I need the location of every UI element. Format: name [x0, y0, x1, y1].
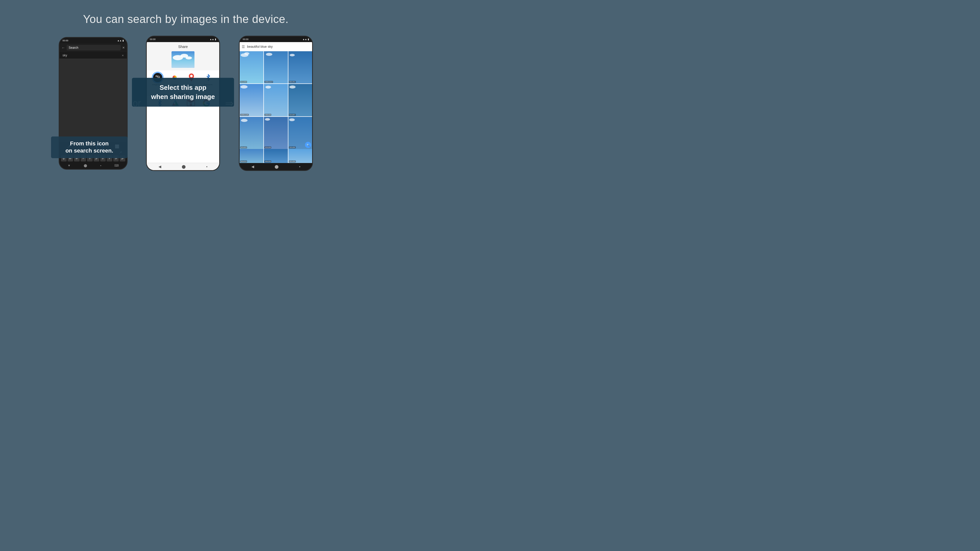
grid-cell-9[interactable]: 322x200 🔍 — [288, 117, 312, 149]
grid-label-5: 508x339 — [264, 114, 271, 116]
share-spacer — [147, 110, 219, 163]
cloud — [244, 52, 249, 55]
sky-preview-image — [172, 51, 194, 68]
phone3-time: 00:00 — [243, 38, 248, 41]
phone2-nav: ◀ ⬤ ▪ — [147, 163, 219, 170]
hamburger-icon[interactable]: ☰ — [242, 44, 245, 49]
grid-label-6: 910x607 — [289, 114, 296, 116]
grid-label-10: 800x534 — [240, 160, 247, 162]
cloud — [290, 54, 295, 56]
svg-rect-3 — [156, 76, 158, 77]
phone3-wifi: ▲▲ — [302, 38, 307, 41]
results-query: beautiful blue sky — [247, 44, 272, 48]
cloud — [289, 118, 295, 121]
grid-cell-1[interactable]: 612x408 — [240, 51, 263, 83]
search-close-button[interactable]: ✕ — [122, 46, 125, 49]
phone3-status-icons: ▲▲ ▮ — [302, 38, 309, 41]
phone2-status-icons: ▲▲ ▮ — [210, 38, 216, 41]
image-grid-row4: 800x534 450x200 601x200 — [240, 149, 312, 163]
wifi-icon: ▲▲ — [117, 39, 122, 42]
phone1-recent-nav[interactable]: ▪ — [100, 164, 101, 167]
phone1-status-bar: 00:00 ▲▲ ▮ — [59, 38, 127, 43]
cloud — [240, 85, 248, 89]
grid-cell-4[interactable]: 1500x1125 — [240, 84, 263, 116]
phone1-wrapper: 00:00 ▲▲ ▮ ← Search ✕ sky ✕ 🎤 — [59, 37, 127, 170]
phone3-back-nav[interactable]: ◀ — [251, 165, 254, 168]
share-image-box — [172, 51, 194, 68]
cloud — [266, 53, 272, 56]
search-query-clear[interactable]: ✕ — [122, 54, 124, 57]
grid-cell-3[interactable]: 800x451 — [288, 51, 312, 83]
svg-point-4 — [158, 76, 159, 78]
grid-label-1: 612x408 — [240, 81, 247, 83]
phone2-time: 00:00 — [150, 38, 156, 41]
search-query-text: sky — [62, 54, 67, 57]
phone2-home-nav[interactable]: ⬤ — [182, 165, 186, 168]
phone1-home-nav[interactable]: ⬤ — [84, 164, 87, 167]
grid-cell-6[interactable]: 910x607 — [288, 84, 312, 116]
phone1-search-bar[interactable]: ← Search ✕ — [59, 43, 127, 52]
grid-label-4: 1500x1125 — [240, 114, 249, 116]
search-input[interactable]: Search — [67, 45, 121, 51]
grid-cell-12[interactable]: 601x200 — [288, 149, 312, 163]
grid-cell-11[interactable]: 450x200 — [264, 149, 288, 163]
phone1-time: 00:00 — [62, 39, 68, 42]
grid-label-2: 2000x1217 — [264, 81, 273, 83]
phone2-label: Select this app when sharing image — [132, 78, 234, 106]
search-fab[interactable]: 🔍 — [305, 142, 311, 148]
phone1-label: From this icon on search screen. — [51, 137, 127, 158]
phone1-nav: ▼ ⬤ ▪ ⌨ — [59, 162, 127, 169]
results-toolbar: ☰ beautiful blue sky — [240, 42, 312, 51]
cloud — [290, 86, 296, 89]
cloud — [241, 119, 248, 122]
phone3-home-nav[interactable]: ⬤ — [275, 165, 279, 168]
search-query-row: sky ✕ — [59, 52, 127, 59]
grid-cell-7[interactable]: 600x600 — [240, 117, 263, 149]
cloud3 — [186, 56, 192, 59]
phone1-status-icons: ▲▲ ▮ — [117, 39, 124, 42]
grid-cell-8[interactable]: 322x200 — [264, 117, 288, 149]
page-title: You can search by images in the device. — [83, 13, 288, 25]
phone2-back-nav[interactable]: ◀ — [159, 165, 161, 168]
share-image-preview — [147, 51, 219, 70]
image-grid: 612x408 2000x1217 800x451 1500x1125 508x… — [240, 51, 312, 149]
phone3-content: ☰ beautiful blue sky 612x408 2000x1217 8… — [240, 42, 312, 163]
svg-point-6 — [190, 75, 192, 77]
phone3-battery: ▮ — [308, 38, 309, 41]
phone1-back-nav[interactable]: ▼ — [68, 164, 71, 167]
phone3-status-bar: 00:00 ▲▲ ▮ — [240, 37, 312, 42]
cloud — [266, 86, 271, 89]
phone3-nav: ◀ ⬤ ▪ — [240, 163, 312, 170]
grid-label-12: 601x200 — [289, 160, 296, 162]
phone2-wrapper: 00:00 ▲▲ ▮ Share — [146, 36, 220, 171]
phone2-recent-nav[interactable]: ▪ — [206, 165, 207, 168]
grid-cell-2[interactable]: 2000x1217 — [264, 51, 288, 83]
grid-label-9: 322x200 — [289, 146, 296, 148]
battery-icon: ▮ — [123, 39, 124, 42]
grid-cell-10[interactable]: 800x534 — [240, 149, 263, 163]
phone1-keyboard-nav[interactable]: ⌨ — [115, 164, 119, 167]
grid-label-7: 600x600 — [240, 146, 247, 148]
share-header: Share — [147, 42, 219, 51]
phone2-battery: ▮ — [215, 38, 216, 41]
grid-label-3: 800x451 — [289, 81, 296, 83]
phones-row: 00:00 ▲▲ ▮ ← Search ✕ sky ✕ 🎤 — [0, 36, 372, 171]
search-content-area — [59, 59, 127, 142]
cloud — [265, 118, 270, 121]
grid-cell-5[interactable]: 508x339 — [264, 84, 288, 116]
phone2-wifi: ▲▲ — [210, 38, 214, 41]
back-button[interactable]: ← — [62, 46, 65, 50]
grid-label-8: 322x200 — [264, 146, 271, 148]
grid-label-11: 450x200 — [264, 160, 271, 162]
phone2-status-bar: 00:00 ▲▲ ▮ — [147, 37, 219, 42]
phone3: 00:00 ▲▲ ▮ ☰ beautiful blue sky 612x408 — [239, 36, 313, 171]
phone3-recent-nav[interactable]: ▪ — [299, 165, 301, 168]
